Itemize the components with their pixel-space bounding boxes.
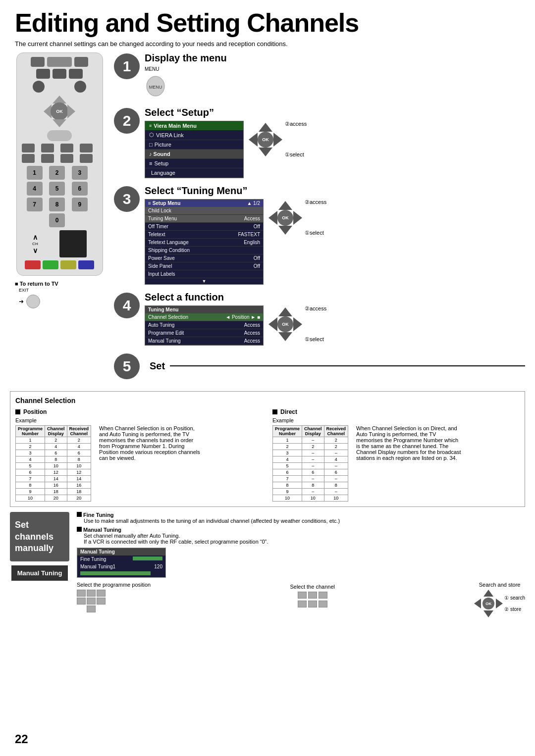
manual-tuning-desc1: Set channel manually after Auto Tuning. bbox=[84, 533, 525, 539]
step-4-dpad: OK ②access ①select bbox=[268, 305, 326, 343]
step-3: 3 Select “Tuning Menu” ≡ Setup Menu ▲ 1/… bbox=[114, 185, 525, 285]
fine-tuning-title: Fine Tuning bbox=[83, 512, 114, 518]
fine-tuning-desc: Use to make small adjustments to the tun… bbox=[84, 518, 525, 524]
step-4-title: Select a function bbox=[145, 292, 525, 303]
step-3-dpad: OK ②access ①select bbox=[268, 199, 326, 236]
step-3-number: 3 bbox=[114, 186, 140, 212]
step-1-title: Display the menu bbox=[145, 52, 525, 64]
search-store-dpad: Search and store OK ① search ② store bbox=[474, 582, 525, 617]
select-programme-label: Select the programme position bbox=[77, 582, 151, 614]
direct-table: ProgrammeNumber ChannelDisplay ReceivedC… bbox=[272, 425, 348, 502]
step-3-menu: ≡ Setup Menu ▲ 1/2 Child Lock Tuning Men… bbox=[145, 199, 264, 285]
step-1-number: 1 bbox=[114, 53, 140, 79]
select-channel-label: Select the channel bbox=[290, 582, 335, 608]
manual-tuning-desc2: If a VCR is connected with only the RF c… bbox=[84, 539, 525, 545]
step-2-title: Select “Setup” bbox=[145, 107, 525, 118]
step-3-title: Select “Tuning Menu” bbox=[145, 185, 525, 197]
position-description: When Channel Selection is on Position, a… bbox=[95, 425, 204, 502]
page-number: 22 bbox=[15, 732, 28, 746]
instructions: 1 Display the menu MENU MENU 2 Select “S… bbox=[114, 52, 525, 386]
set-channels-box: Set channels manually bbox=[10, 512, 69, 561]
step-5-number: 5 bbox=[114, 353, 140, 379]
return-to-tv-label: ■ To return to TV bbox=[15, 281, 109, 287]
step-4-menu: Tuning Menu Channel Selection◄ Position … bbox=[145, 305, 264, 346]
step-3-labels: ②access ①select bbox=[305, 199, 326, 236]
step-2-labels: ②access ①select bbox=[285, 121, 307, 158]
channel-section-title: Channel Selection bbox=[15, 397, 520, 404]
position-column: Position Example ProgrammeNumber Channel… bbox=[15, 408, 263, 502]
step-5: 5 Set bbox=[114, 353, 525, 379]
step-1-menu-label: MENU bbox=[145, 66, 525, 72]
manual-tuning-screen: Manual Tuning Fine Tuning Manual Tuning1… bbox=[77, 548, 166, 578]
position-table: ProgrammeNumber ChannelDisplay ReceivedC… bbox=[15, 425, 91, 502]
step-1: 1 Display the menu MENU MENU bbox=[114, 52, 525, 100]
direct-description: When Channel Selection is on Direct, and… bbox=[352, 425, 461, 502]
step-2-menu: ≡ Viera Main Menu ⬡ VIERA Link □ Picture… bbox=[145, 121, 244, 178]
step-4-number: 4 bbox=[114, 293, 140, 318]
step-4: 4 Select a function Tuning Menu Channel … bbox=[114, 292, 525, 346]
remote-control: OK 1 2 bbox=[10, 52, 109, 386]
exit-label: EXIT bbox=[19, 288, 109, 293]
step-2-dpad: OK ②access ①select bbox=[249, 121, 307, 158]
svg-text:MENU: MENU bbox=[149, 85, 162, 90]
channel-selection-section: Channel Selection Position Example Progr… bbox=[10, 391, 525, 507]
set-channels-title: Set channels manually bbox=[15, 519, 64, 554]
manual-tuning-info: Fine Tuning Use to make small adjustment… bbox=[77, 512, 525, 617]
bottom-section: Set channels manually Manual Tuning Fine… bbox=[10, 512, 525, 617]
manual-tuning-title: Manual Tuning bbox=[83, 527, 121, 533]
page-title: Editing and Setting Channels bbox=[0, 0, 535, 40]
subtitle: The current channel settings can be chan… bbox=[0, 40, 535, 52]
direct-column: Direct Example ProgrammeNumber ChannelDi… bbox=[272, 408, 520, 502]
step-4-labels: ②access ①select bbox=[305, 305, 326, 343]
step-5-title: Set bbox=[150, 360, 165, 372]
step-2: 2 Select “Setup” ≡ Viera Main Menu ⬡ VIE… bbox=[114, 107, 525, 178]
step-2-number: 2 bbox=[114, 108, 140, 134]
manual-tuning-box-label: Manual Tuning bbox=[11, 565, 68, 581]
